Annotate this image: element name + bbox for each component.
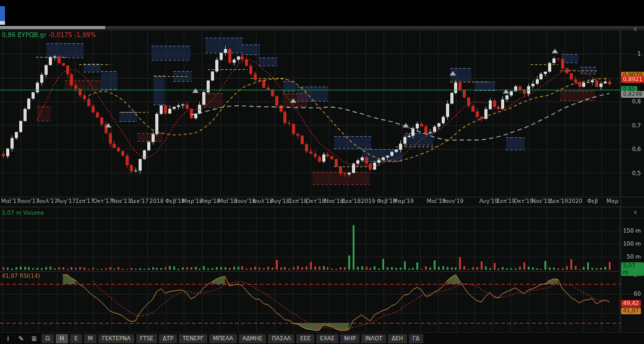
time-axis-label: Σεπ'18 — [289, 198, 307, 204]
symbol-name: ΕΥΡΩΒ.gr — [17, 32, 46, 38]
ticker-button-ΜΠΕΛΑ[interactable]: ΜΠΕΛΑ — [209, 334, 237, 343]
price-change-pct: -1,99% — [74, 32, 96, 38]
window-fragment-icon-lower — [0, 21, 5, 25]
list-icon[interactable]: ≣ — [28, 334, 40, 343]
symbol-header: 0,86 ΕΥΡΩΒ.gr -0,0175 -1,99% — [2, 32, 96, 38]
ticker-button-ΠΑΣΑΛ[interactable]: ΠΑΣΑΛ — [268, 334, 294, 343]
main-pane-close-button[interactable]: x — [632, 26, 639, 32]
ticker-button-ΕΧΑΕ[interactable]: ΕΧΑΕ — [316, 334, 338, 343]
timeframe-button-Ω[interactable]: Ω — [41, 334, 54, 343]
rsi-tick: 60 — [634, 291, 641, 297]
time-axis-label: Σεπ'19 — [497, 198, 515, 204]
price-change: -0,0175 — [48, 32, 72, 38]
volume-tick: 100 m — [623, 241, 641, 247]
time-axis-label: Ιουλ'17 — [38, 198, 58, 204]
time-axis-label: Σεπ'17 — [75, 198, 94, 204]
ticker-button-ΓΔ[interactable]: ΓΔ — [409, 334, 423, 343]
time-axis-label: Δεκ'18 — [342, 198, 361, 204]
ticker-button-ΝΗΡ[interactable]: ΝΗΡ — [340, 334, 359, 343]
time-axis-label: Μαρ'18 — [182, 198, 202, 204]
pencil-icon[interactable]: ✎ — [15, 334, 27, 343]
time-axis-label: Οκτ'18 — [306, 198, 325, 204]
time-axis-label: Νοε'19 — [531, 198, 551, 204]
chart-canvas[interactable] — [0, 0, 644, 344]
price-tick: 0,5 — [632, 170, 641, 176]
ticker-button-ΔΕΗ[interactable]: ΔΕΗ — [388, 334, 407, 343]
ticker-button-ΙΝΛΟΤ[interactable]: ΙΝΛΟΤ — [361, 334, 386, 343]
time-axis-label: Δεκ'19 — [549, 198, 568, 204]
ticker-button-ΕΕΕ[interactable]: ΕΕΕ — [296, 334, 314, 343]
volume-pane-close-button[interactable]: x — [632, 209, 639, 215]
price-tick: 1 — [637, 51, 641, 57]
volume-value-badge: 5,07 m — [621, 262, 644, 276]
time-axis-label: Αυγ'19 — [479, 198, 499, 204]
time-axis-label: Νοε'17 — [111, 198, 131, 204]
rsi-value-badge: 41,97 — [621, 307, 641, 314]
ticker-button-ΤΕΝΕΡΓ[interactable]: ΤΕΝΕΡΓ — [179, 334, 207, 343]
scrollbar-thumb[interactable] — [0, 26, 105, 29]
price-tick: 0,6 — [632, 146, 641, 152]
top-strip — [0, 0, 644, 26]
info-icon[interactable]: i — [2, 334, 14, 343]
time-axis-label: 2020 — [569, 198, 583, 204]
time-axis-label: Μαρ'19 — [393, 198, 413, 204]
ma-slow-badge: 0,8298 — [621, 91, 644, 98]
time-axis-label: Μαρ — [606, 198, 618, 204]
trading-app: 0,86 ΕΥΡΩΒ.gr -0,0175 -1,99% 5,07 m Volu… — [0, 0, 644, 344]
time-axis-label: Αυγ'18 — [271, 198, 290, 204]
bottom-toolbar: i✎≣ΩΗΕΜΓΕΚΤΕΡΝΑFTSEΔΤΡΤΕΝΕΡΓΜΠΕΛΑΑΔΜΗΕΠΑ… — [0, 332, 644, 344]
time-axis-label: Δεκ'17 — [130, 198, 148, 204]
ticker-button-ΓΕΚΤΕΡΝΑ[interactable]: ΓΕΚΤΕΡΝΑ — [98, 334, 134, 343]
ticker-button-ΔΤΡ[interactable]: ΔΤΡ — [159, 334, 177, 343]
price-tick: 0,8 — [632, 98, 641, 105]
time-axis-label: Ιουν'17 — [19, 198, 39, 204]
volume-tick: 150 m — [623, 228, 641, 234]
timeframe-button-Ε[interactable]: Ε — [70, 334, 82, 343]
time-axis-label: Ιουν'19 — [444, 198, 463, 204]
window-fragment-icon — [0, 6, 5, 21]
time-axis-label: Νοε'18 — [324, 198, 343, 204]
time-axis-label: Φεβ — [587, 198, 598, 204]
volume-tick: 50 m — [627, 254, 641, 260]
volume-indicator-label: 5,07 m Volume — [2, 210, 44, 216]
time-axis-label: Οκτ'17 — [93, 198, 113, 204]
time-axis-label: Οκτ'19 — [513, 198, 533, 204]
horizontal-scrollbar[interactable] — [0, 26, 644, 29]
rsi-ma-value-badge: 49,42 — [621, 300, 641, 307]
time-axis-label: 2018 — [150, 198, 164, 204]
ticker-button-ΑΔΜΗΕ[interactable]: ΑΔΜΗΕ — [239, 334, 267, 343]
time-axis-label: Απρ'18 — [200, 198, 220, 204]
ma-fast-badge: 0,8921 — [621, 76, 644, 83]
timeframe-button-Μ[interactable]: Μ — [84, 334, 97, 343]
timeframe-button-Η[interactable]: Η — [56, 334, 68, 343]
rsi-indicator-label: 41,97 RSI(14) — [2, 273, 40, 279]
time-axis-label: Μαϊ'18 — [218, 198, 238, 204]
last-price-text: 0,86 — [2, 32, 15, 38]
time-axis-label: Ιουλ'18 — [253, 198, 273, 204]
time-axis-label: Μαϊ'17 — [1, 198, 20, 204]
price-tick: 0,7 — [632, 123, 641, 129]
time-axis-label: Αυγ'17 — [57, 198, 76, 204]
time-axis-label: 2019 — [361, 198, 376, 204]
ticker-button-FTSE[interactable]: FTSE — [136, 334, 157, 343]
time-axis-label: Μαϊ'19 — [427, 198, 446, 204]
